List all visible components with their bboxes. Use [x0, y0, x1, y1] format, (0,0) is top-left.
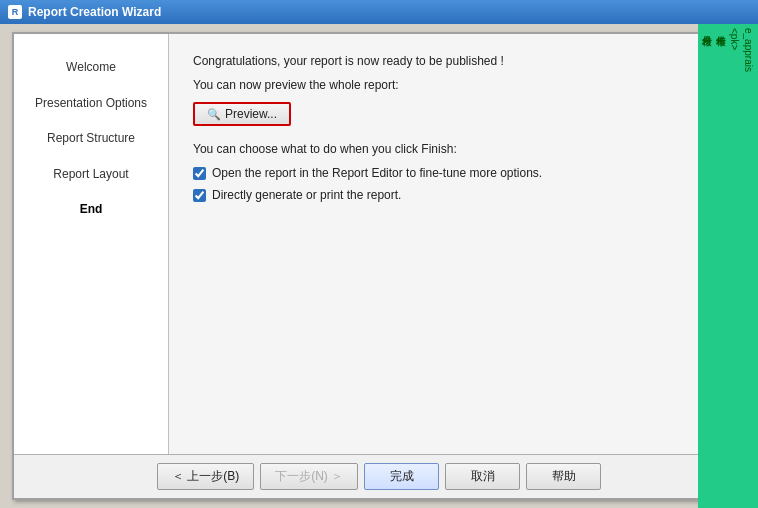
choice-prompt: You can choose what to do when you click…	[193, 142, 720, 156]
preview-icon: 🔍	[207, 108, 221, 121]
dialog-body: Welcome Presentation Options Report Stru…	[14, 34, 744, 454]
content-panel: Congratulations, your report is now read…	[169, 34, 744, 454]
right-background-panel: e_apprais <pk> 考核年份 考核月份 考核单位 所在部门 被考核员工	[698, 24, 758, 508]
nav-item-report-layout[interactable]: Report Layout	[14, 157, 168, 193]
preview-button[interactable]: 🔍 Preview...	[193, 102, 291, 126]
checkbox-open-editor-label[interactable]: Open the report in the Report Editor to …	[212, 166, 542, 180]
cancel-button[interactable]: 取消	[445, 463, 520, 490]
preview-prompt: You can now preview the whole report:	[193, 78, 720, 92]
nav-item-presentation-options[interactable]: Presentation Options	[14, 86, 168, 122]
title-bar-label: Report Creation Wizard	[28, 5, 161, 19]
help-button[interactable]: 帮助	[526, 463, 601, 490]
next-button[interactable]: 下一步(N) ＞	[260, 463, 358, 490]
checkbox-open-editor[interactable]	[193, 167, 206, 180]
bg-line-2: <pk>	[728, 28, 740, 504]
checkbox-open-editor-row: Open the report in the Report Editor to …	[193, 166, 720, 180]
checkbox-generate-print-row: Directly generate or print the report.	[193, 188, 720, 202]
checkbox-generate-print-label[interactable]: Directly generate or print the report.	[212, 188, 401, 202]
checkbox-generate-print[interactable]	[193, 189, 206, 202]
bg-line-3: 考核年份	[714, 28, 726, 504]
back-button[interactable]: ＜ 上一步(B)	[157, 463, 254, 490]
nav-item-end[interactable]: End	[14, 192, 168, 228]
bg-line-4: 考核月份	[700, 28, 712, 504]
title-bar-icon: R	[8, 5, 22, 19]
bg-line-1: e_apprais	[742, 28, 754, 504]
dialog-footer: ＜ 上一步(B) 下一步(N) ＞ 完成 取消 帮助	[14, 454, 744, 498]
title-bar: R Report Creation Wizard	[0, 0, 758, 24]
nav-panel: Welcome Presentation Options Report Stru…	[14, 34, 169, 454]
nav-item-welcome[interactable]: Welcome	[14, 50, 168, 86]
congrats-text: Congratulations, your report is now read…	[193, 54, 720, 68]
dialog: Welcome Presentation Options Report Stru…	[12, 32, 746, 500]
finish-button[interactable]: 完成	[364, 463, 439, 490]
nav-item-report-structure[interactable]: Report Structure	[14, 121, 168, 157]
